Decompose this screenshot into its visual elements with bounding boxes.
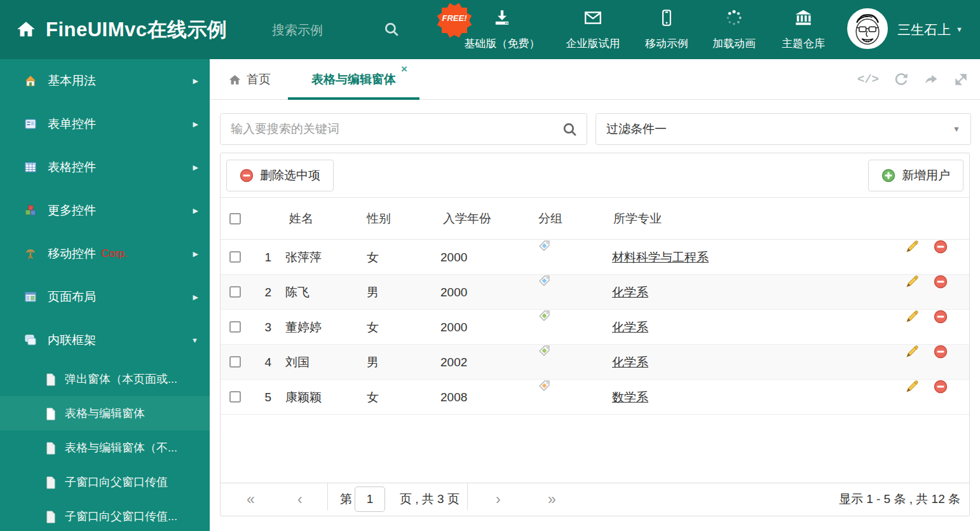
table-row: 3 董婷婷 女 2000 化学系 — [221, 310, 969, 345]
header-search-icon[interactable] — [383, 21, 400, 38]
col-header-year[interactable]: 入学年份 — [443, 198, 491, 240]
cell-name: 刘国 — [285, 345, 310, 380]
page-number-input[interactable] — [355, 486, 385, 512]
minus-circle-icon — [240, 169, 254, 183]
tag-icon[interactable] — [538, 310, 550, 322]
sidebar-item-label: 页面布局 — [48, 289, 96, 305]
sidebar-item-basic-usage[interactable]: 基本用法 ▶ — [0, 59, 210, 102]
home-logo-icon[interactable] — [17, 20, 36, 39]
caret-right-icon: ▶ — [193, 77, 198, 85]
row-checkbox[interactable] — [229, 251, 241, 263]
col-header-name[interactable]: 姓名 — [289, 198, 313, 240]
user-caret-down-icon[interactable]: ▼ — [956, 25, 963, 33]
sidebar-item-mobile-controls[interactable]: 移动控件 Corp. ▶ — [0, 232, 210, 275]
filter-dropdown-value: 过滤条件一 — [606, 122, 667, 135]
filter-dropdown[interactable]: 过滤条件一 ▼ — [595, 113, 971, 145]
cell-gender: 女 — [367, 310, 379, 345]
nav-item-theme-repo[interactable]: 主题仓库 — [762, 0, 845, 59]
edit-pencil-icon[interactable] — [904, 275, 919, 289]
first-page-button[interactable]: « — [247, 483, 255, 515]
fullscreen-icon[interactable] — [953, 72, 969, 87]
col-header-major[interactable]: 所学专业 — [613, 198, 662, 240]
row-number: 5 — [248, 380, 271, 415]
sidebar-item-page-layout[interactable]: 页面布局 ▶ — [0, 275, 210, 319]
add-user-button[interactable]: 新增用户 — [868, 160, 963, 191]
app-header: FineUIMvc在线示例 FREE! 基础版（免费） 企业版试用 移动示例 加… — [0, 0, 980, 59]
row-checkbox[interactable] — [229, 391, 241, 403]
file-icon — [46, 511, 56, 523]
corp-badge: Corp. — [101, 247, 128, 260]
nav-item-label: 主题仓库 — [762, 36, 845, 51]
caret-right-icon: ▶ — [193, 207, 198, 215]
cell-gender: 男 — [367, 345, 379, 380]
tab-home[interactable]: 首页 — [229, 59, 271, 100]
edit-pencil-icon[interactable] — [904, 310, 919, 324]
sidebar-subitem-label: 子窗口向父窗口传值... — [65, 509, 177, 524]
delete-row-icon[interactable] — [934, 240, 948, 254]
tab-label: 首页 — [247, 71, 271, 88]
cubes-icon — [24, 204, 37, 217]
keyword-search-input[interactable] — [221, 114, 587, 144]
row-checkbox[interactable] — [229, 321, 241, 333]
delete-selected-button[interactable]: 删除选中项 — [226, 160, 334, 191]
add-user-label: 新增用户 — [902, 167, 950, 184]
major-link[interactable]: 化学系 — [612, 275, 648, 310]
col-header-gender[interactable]: 性别 — [367, 198, 391, 240]
nav-item-enterprise-trial[interactable]: 企业版试用 — [552, 0, 634, 59]
tab-grid-edit-window[interactable]: 表格与编辑窗体 — [288, 59, 419, 100]
major-link[interactable]: 材料科学与工程系 — [612, 240, 709, 275]
caret-right-icon: ▶ — [193, 163, 198, 172]
caret-right-icon: ▶ — [193, 250, 198, 258]
delete-row-icon[interactable] — [934, 275, 948, 289]
sidebar-subitem-popup-window[interactable]: 弹出窗体（本页面或... — [0, 362, 210, 396]
cell-gender: 男 — [367, 275, 379, 310]
edit-pencil-icon[interactable] — [904, 380, 919, 394]
next-page-button[interactable]: › — [496, 483, 501, 515]
tag-icon[interactable] — [538, 275, 550, 287]
sidebar-subitem-grid-edit-window-2[interactable]: 表格与编辑窗体（不... — [0, 431, 210, 465]
avatar[interactable] — [847, 8, 888, 49]
delete-selected-label: 删除选中项 — [260, 167, 320, 184]
sidebar-item-more-controls[interactable]: 更多控件 ▶ — [0, 189, 210, 232]
grid-toolbar: 删除选中项 新增用户 — [221, 153, 969, 198]
prev-page-button[interactable]: ‹ — [297, 483, 303, 515]
source-code-icon[interactable]: </> — [857, 72, 879, 86]
share-icon[interactable] — [923, 72, 939, 87]
refresh-icon[interactable] — [894, 72, 909, 87]
sidebar-item-label: 表单控件 — [48, 116, 96, 132]
last-page-button[interactable]: » — [548, 483, 556, 515]
sidebar-subitem-child-to-parent[interactable]: 子窗口向父窗口传值 — [0, 465, 210, 499]
sidebar-subitem-grid-edit-window[interactable]: 表格与编辑窗体 — [0, 396, 210, 431]
sidebar-item-label: 内联框架 — [48, 332, 96, 348]
header-search-input[interactable] — [272, 18, 377, 42]
tag-icon[interactable] — [538, 240, 550, 252]
edit-pencil-icon[interactable] — [904, 240, 919, 254]
delete-row-icon[interactable] — [934, 380, 948, 394]
sidebar-item-form-controls[interactable]: 表单控件 ▶ — [0, 102, 210, 146]
edit-pencil-icon[interactable] — [904, 345, 919, 359]
sidebar-item-iframe[interactable]: 内联框架 ▼ — [0, 319, 210, 362]
tag-icon[interactable] — [538, 380, 550, 392]
plus-circle-icon — [881, 169, 895, 183]
user-name[interactable]: 三生石上 — [897, 0, 951, 59]
major-link[interactable]: 数学系 — [612, 380, 648, 415]
search-icon[interactable] — [562, 121, 578, 137]
cell-year: 2000 — [440, 275, 467, 310]
spinner-icon — [725, 8, 744, 27]
row-checkbox[interactable] — [229, 356, 241, 368]
delete-row-icon[interactable] — [934, 345, 948, 359]
sidebar-item-grid-controls[interactable]: 表格控件 ▶ — [0, 146, 210, 189]
tag-icon[interactable] — [538, 345, 550, 357]
home-tab-icon — [229, 74, 241, 86]
row-checkbox[interactable] — [229, 286, 241, 298]
select-all-checkbox[interactable] — [229, 213, 241, 224]
major-link[interactable]: 化学系 — [612, 345, 648, 380]
col-header-group[interactable]: 分组 — [538, 198, 562, 240]
tab-close-icon[interactable]: × — [401, 64, 407, 74]
sidebar-subitem-child-to-parent-2[interactable]: 子窗口向父窗口传值... — [0, 499, 210, 531]
caret-right-icon: ▶ — [193, 293, 198, 301]
tab-bar: 首页 表格与编辑窗体 × </> — [210, 59, 980, 100]
frames-icon — [24, 334, 37, 347]
major-link[interactable]: 化学系 — [612, 310, 648, 345]
delete-row-icon[interactable] — [934, 310, 948, 324]
